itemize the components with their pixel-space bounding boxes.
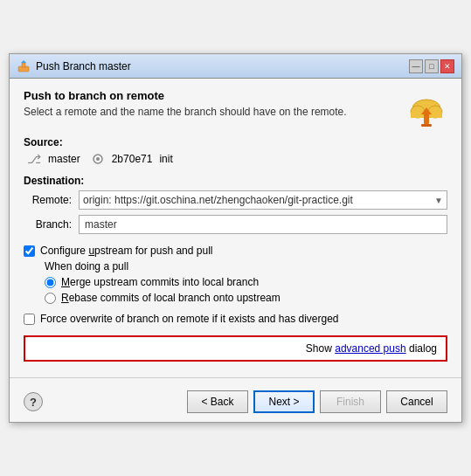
main-content: Push to branch on remote Select a remote… (10, 79, 461, 377)
minimize-button[interactable]: — (409, 59, 423, 73)
source-row: ⎇ master 2b70e71 init (24, 152, 447, 166)
back-button[interactable]: < Back (187, 390, 248, 413)
advanced-push-text: Show advanced push dialog (306, 342, 437, 355)
when-doing-pull-label: When doing a pull (24, 260, 447, 272)
window-icon (17, 59, 31, 73)
svg-marker-2 (21, 60, 26, 63)
cloud-icon-container (405, 93, 447, 128)
maximize-button[interactable]: □ (425, 59, 439, 73)
main-window: Push Branch master — □ ✕ Push to branch … (9, 53, 462, 423)
configure-upstream-section: Configure upstream for push and pull Whe… (24, 245, 447, 304)
window-title: Push Branch master (36, 60, 131, 72)
advanced-push-section: Show advanced push dialog (24, 335, 447, 362)
title-bar: Push Branch master — □ ✕ (10, 54, 461, 79)
remote-select-arrow: ▼ (434, 196, 443, 205)
finish-button[interactable]: Finish (320, 390, 381, 413)
branch-input[interactable] (79, 215, 447, 234)
merge-radio[interactable] (45, 277, 56, 288)
force-overwrite-label: Force overwrite of branch on remote if i… (40, 313, 339, 325)
footer-left: ? (24, 392, 43, 411)
help-button[interactable]: ? (24, 392, 43, 411)
merge-option-row: Merge upstream commits into local branch (45, 276, 447, 288)
next-button[interactable]: Next > (253, 390, 315, 413)
header-section: Push to branch on remote Select a remote… (24, 89, 447, 128)
rebase-radio[interactable] (45, 293, 56, 304)
header-title: Push to branch on remote (24, 89, 347, 102)
footer: ? < Back Next > Finish Cancel (10, 385, 461, 422)
source-commit-hash: 2b70e71 (112, 153, 153, 165)
remote-select[interactable]: origin: https://git.oschina.net/zhengcha… (79, 190, 447, 210)
close-button[interactable]: ✕ (440, 59, 454, 73)
destination-label: Destination: (24, 175, 447, 187)
rebase-label: Rebase commits of local branch onto upst… (61, 292, 281, 304)
cancel-button[interactable]: Cancel (386, 390, 447, 413)
title-bar-controls: — □ ✕ (409, 59, 454, 73)
title-bar-left: Push Branch master (17, 59, 131, 73)
configure-upstream-row: Configure upstream for push and pull (24, 245, 447, 257)
merge-label: Merge upstream commits into local branch (61, 276, 259, 288)
source-commit-message: init (159, 153, 172, 165)
svg-rect-1 (22, 63, 25, 67)
header-description: Select a remote and the name the branch … (24, 106, 347, 118)
source-branch-name: master (48, 153, 80, 165)
cloud-upload-icon (405, 93, 447, 128)
force-overwrite-checkbox[interactable] (24, 314, 35, 325)
svg-rect-7 (424, 114, 429, 124)
header-text: Push to branch on remote Select a remote… (24, 89, 347, 118)
configure-upstream-label: Configure upstream for push and pull (40, 245, 212, 257)
destination-section: Destination: Remote: origin: https://git… (24, 175, 447, 234)
source-label: Source: (24, 136, 447, 148)
configure-upstream-checkbox[interactable] (24, 245, 35, 257)
svg-rect-9 (421, 124, 432, 127)
branch-field-row: Branch: (24, 215, 447, 234)
rebase-option-row: Rebase commits of local branch onto upst… (45, 292, 447, 304)
branch-icon: ⎇ (27, 152, 41, 166)
footer-buttons: < Back Next > Finish Cancel (187, 390, 447, 413)
remote-field-row: Remote: origin: https://git.oschina.net/… (24, 190, 447, 210)
radio-group: Merge upstream commits into local branch… (24, 276, 447, 304)
remote-label: Remote: (24, 194, 72, 206)
force-overwrite-row: Force overwrite of branch on remote if i… (24, 313, 447, 325)
remote-select-value: origin: https://git.oschina.net/zhengcha… (83, 194, 431, 206)
branch-label: Branch: (24, 218, 72, 231)
svg-point-11 (96, 157, 100, 161)
advanced-push-link[interactable]: advanced push (335, 342, 405, 355)
divider (10, 377, 461, 378)
commit-icon (91, 152, 105, 166)
